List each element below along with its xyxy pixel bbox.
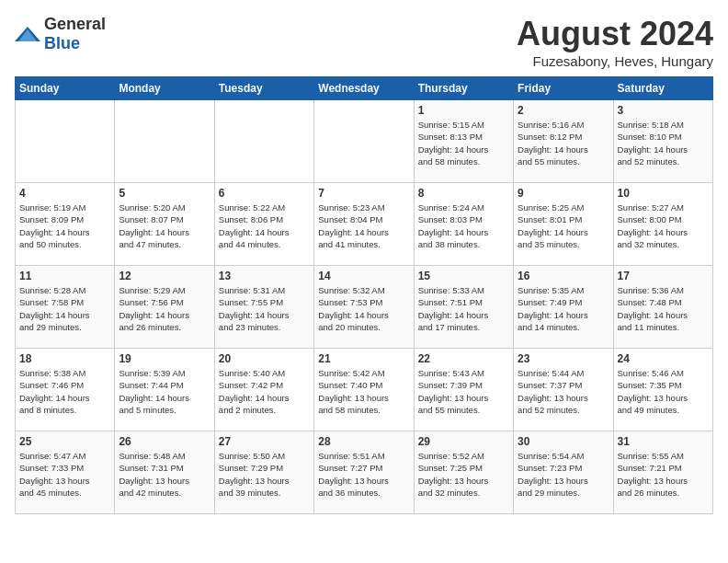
day-info: Sunrise: 5:55 AMSunset: 7:21 PMDaylight:… (618, 450, 709, 499)
logo-general: General (44, 15, 106, 33)
day-number: 3 (618, 104, 709, 117)
calendar-cell: 11Sunrise: 5:28 AMSunset: 7:58 PMDayligh… (16, 266, 115, 349)
header: General Blue August 2024 Fuzesabony, Hev… (15, 15, 713, 69)
day-number: 18 (19, 352, 110, 365)
day-number: 27 (219, 435, 310, 448)
day-number: 9 (518, 187, 609, 200)
day-info: Sunrise: 5:28 AMSunset: 7:58 PMDaylight:… (19, 284, 110, 333)
day-number: 8 (418, 187, 509, 200)
day-info: Sunrise: 5:44 AMSunset: 7:37 PMDaylight:… (518, 367, 609, 416)
calendar-cell: 16Sunrise: 5:35 AMSunset: 7:49 PMDayligh… (514, 266, 613, 349)
day-number: 20 (219, 352, 310, 365)
logo: General Blue (15, 15, 106, 53)
calendar-cell: 5Sunrise: 5:20 AMSunset: 8:07 PMDaylight… (115, 183, 214, 266)
column-header-wednesday: Wednesday (314, 77, 414, 100)
day-info: Sunrise: 5:50 AMSunset: 7:29 PMDaylight:… (219, 450, 310, 499)
day-info: Sunrise: 5:32 AMSunset: 7:53 PMDaylight:… (318, 284, 409, 333)
week-row-2: 4Sunrise: 5:19 AMSunset: 8:09 PMDaylight… (16, 183, 713, 266)
calendar-cell (214, 100, 313, 183)
day-info: Sunrise: 5:35 AMSunset: 7:49 PMDaylight:… (518, 284, 609, 333)
logo-text: General Blue (44, 15, 106, 53)
calendar-cell: 29Sunrise: 5:52 AMSunset: 7:25 PMDayligh… (414, 431, 513, 514)
day-number: 19 (119, 352, 210, 365)
day-number: 29 (418, 435, 509, 448)
day-number: 12 (119, 270, 210, 282)
day-info: Sunrise: 5:52 AMSunset: 7:25 PMDaylight:… (418, 450, 509, 499)
day-info: Sunrise: 5:23 AMSunset: 8:04 PMDaylight:… (318, 201, 409, 250)
day-number: 7 (318, 187, 409, 200)
day-number: 24 (618, 352, 709, 365)
day-number: 5 (119, 187, 210, 200)
day-number: 16 (518, 270, 609, 282)
day-number: 6 (219, 187, 310, 200)
calendar-cell: 30Sunrise: 5:54 AMSunset: 7:23 PMDayligh… (514, 431, 613, 514)
day-number: 28 (318, 435, 409, 448)
day-info: Sunrise: 5:20 AMSunset: 8:07 PMDaylight:… (119, 201, 210, 250)
day-info: Sunrise: 5:47 AMSunset: 7:33 PMDaylight:… (19, 450, 110, 499)
day-number: 11 (19, 270, 110, 282)
calendar-cell: 28Sunrise: 5:51 AMSunset: 7:27 PMDayligh… (314, 431, 414, 514)
calendar-cell: 18Sunrise: 5:38 AMSunset: 7:46 PMDayligh… (16, 349, 115, 431)
calendar-cell: 12Sunrise: 5:29 AMSunset: 7:56 PMDayligh… (115, 266, 214, 349)
day-number: 23 (518, 352, 609, 365)
calendar-cell: 10Sunrise: 5:27 AMSunset: 8:00 PMDayligh… (613, 183, 712, 266)
week-row-4: 18Sunrise: 5:38 AMSunset: 7:46 PMDayligh… (16, 349, 713, 431)
calendar-subtitle: Fuzesabony, Heves, Hungary (517, 53, 713, 69)
day-info: Sunrise: 5:16 AMSunset: 8:12 PMDaylight:… (518, 119, 609, 167)
calendar-cell: 25Sunrise: 5:47 AMSunset: 7:33 PMDayligh… (16, 431, 115, 514)
calendar-cell (115, 100, 214, 183)
calendar-cell: 24Sunrise: 5:46 AMSunset: 7:35 PMDayligh… (613, 349, 712, 431)
calendar-cell: 19Sunrise: 5:39 AMSunset: 7:44 PMDayligh… (115, 349, 214, 431)
calendar-cell: 27Sunrise: 5:50 AMSunset: 7:29 PMDayligh… (214, 431, 313, 514)
day-info: Sunrise: 5:36 AMSunset: 7:48 PMDaylight:… (618, 284, 709, 333)
day-number: 1 (418, 104, 509, 117)
day-number: 26 (119, 435, 210, 448)
day-number: 2 (518, 104, 609, 117)
calendar-table: SundayMondayTuesdayWednesdayThursdayFrid… (15, 76, 713, 514)
week-row-3: 11Sunrise: 5:28 AMSunset: 7:58 PMDayligh… (16, 266, 713, 349)
day-info: Sunrise: 5:40 AMSunset: 7:42 PMDaylight:… (219, 367, 310, 416)
day-info: Sunrise: 5:27 AMSunset: 8:00 PMDaylight:… (618, 201, 709, 250)
calendar-cell: 20Sunrise: 5:40 AMSunset: 7:42 PMDayligh… (214, 349, 313, 431)
week-row-1: 1Sunrise: 5:15 AMSunset: 8:13 PMDaylight… (16, 100, 713, 183)
calendar-cell: 9Sunrise: 5:25 AMSunset: 8:01 PMDaylight… (514, 183, 613, 266)
calendar-cell: 23Sunrise: 5:44 AMSunset: 7:37 PMDayligh… (514, 349, 613, 431)
day-info: Sunrise: 5:24 AMSunset: 8:03 PMDaylight:… (418, 201, 509, 250)
day-number: 22 (418, 352, 509, 365)
calendar-cell (16, 100, 115, 183)
calendar-cell: 14Sunrise: 5:32 AMSunset: 7:53 PMDayligh… (314, 266, 414, 349)
calendar-cell: 22Sunrise: 5:43 AMSunset: 7:39 PMDayligh… (414, 349, 513, 431)
day-number: 31 (618, 435, 709, 448)
day-number: 17 (618, 270, 709, 282)
column-header-friday: Friday (514, 77, 613, 100)
calendar-cell (314, 100, 414, 183)
day-info: Sunrise: 5:29 AMSunset: 7:56 PMDaylight:… (119, 284, 210, 333)
day-info: Sunrise: 5:46 AMSunset: 7:35 PMDaylight:… (618, 367, 709, 416)
calendar-cell: 31Sunrise: 5:55 AMSunset: 7:21 PMDayligh… (613, 431, 712, 514)
calendar-cell: 1Sunrise: 5:15 AMSunset: 8:13 PMDaylight… (414, 100, 513, 183)
calendar-cell: 7Sunrise: 5:23 AMSunset: 8:04 PMDaylight… (314, 183, 414, 266)
day-info: Sunrise: 5:42 AMSunset: 7:40 PMDaylight:… (318, 367, 409, 416)
column-header-monday: Monday (115, 77, 214, 100)
calendar-cell: 15Sunrise: 5:33 AMSunset: 7:51 PMDayligh… (414, 266, 513, 349)
calendar-title: August 2024 (517, 15, 713, 53)
calendar-cell: 21Sunrise: 5:42 AMSunset: 7:40 PMDayligh… (314, 349, 414, 431)
calendar-cell: 17Sunrise: 5:36 AMSunset: 7:48 PMDayligh… (613, 266, 712, 349)
calendar-cell: 6Sunrise: 5:22 AMSunset: 8:06 PMDaylight… (214, 183, 313, 266)
day-info: Sunrise: 5:51 AMSunset: 7:27 PMDaylight:… (318, 450, 409, 499)
day-number: 25 (19, 435, 110, 448)
calendar-cell: 2Sunrise: 5:16 AMSunset: 8:12 PMDaylight… (514, 100, 613, 183)
day-number: 21 (318, 352, 409, 365)
logo-icon (15, 25, 40, 43)
calendar-cell: 13Sunrise: 5:31 AMSunset: 7:55 PMDayligh… (214, 266, 313, 349)
day-info: Sunrise: 5:38 AMSunset: 7:46 PMDaylight:… (19, 367, 110, 416)
day-number: 4 (19, 187, 110, 200)
calendar-cell: 8Sunrise: 5:24 AMSunset: 8:03 PMDaylight… (414, 183, 513, 266)
day-info: Sunrise: 5:33 AMSunset: 7:51 PMDaylight:… (418, 284, 509, 333)
calendar-cell: 4Sunrise: 5:19 AMSunset: 8:09 PMDaylight… (16, 183, 115, 266)
day-info: Sunrise: 5:43 AMSunset: 7:39 PMDaylight:… (418, 367, 509, 416)
calendar-cell: 3Sunrise: 5:18 AMSunset: 8:10 PMDaylight… (613, 100, 712, 183)
day-info: Sunrise: 5:25 AMSunset: 8:01 PMDaylight:… (518, 201, 609, 250)
column-header-thursday: Thursday (414, 77, 513, 100)
column-header-saturday: Saturday (613, 77, 712, 100)
